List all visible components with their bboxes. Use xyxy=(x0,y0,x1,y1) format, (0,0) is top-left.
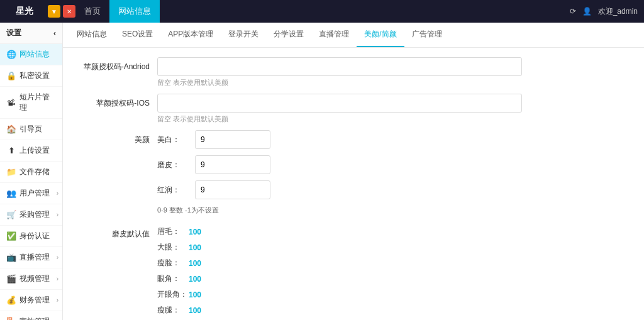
purchase-icon: 🛒 xyxy=(6,210,16,219)
beauty-smooth-label: 磨皮： xyxy=(157,160,195,170)
tab-share-settings[interactable]: 分学设置 xyxy=(266,23,311,47)
clips-icon: 📽 xyxy=(6,98,16,108)
sidebar-item-live-label: 直播管理 xyxy=(19,252,50,263)
identity-icon: ✅ xyxy=(6,231,16,241)
username: 欢迎_admin xyxy=(598,6,638,17)
sidebar-item-finance-label: 财务管理 xyxy=(19,295,50,306)
default-slimface-row: 瘦脸： 100 xyxy=(157,258,447,268)
sidebar-item-website-label: 网站信息 xyxy=(19,49,50,60)
sidebar-item-clips[interactable]: 📽 短片片管理 xyxy=(0,87,62,119)
sidebar-item-video-label: 视频管理 xyxy=(19,273,50,284)
sidebar-title: 设置 xyxy=(6,28,21,38)
chevron-right-icon3: › xyxy=(57,254,58,261)
tab-bar: 网站信息 SEO设置 APP版本管理 登录开关 分学设置 直播管理 美颜/简颜 … xyxy=(63,23,644,48)
default-openeyecorner-row: 开眼角： 100 xyxy=(157,289,447,300)
sidebar-item-upload-label: 上传设置 xyxy=(19,145,50,156)
beauty-rosy-input[interactable] xyxy=(195,180,270,199)
content-area: 网站信息 SEO设置 APP版本管理 登录开关 分学设置 直播管理 美颜/简颜 … xyxy=(63,23,644,320)
sidebar-item-files[interactable]: 📁 文件存储 xyxy=(0,162,62,183)
default-eyebrow-value: 100 xyxy=(189,228,220,236)
default-slimface-label: 瘦脸： xyxy=(157,258,189,268)
chevron-right-icon2: › xyxy=(57,211,58,218)
form-content: 苹颜授权码-Andriod 留空 表示使用默认美颜 苹颜授权码-IOS 留空 表… xyxy=(63,48,644,320)
sidebar-item-identity-label: 身份认证 xyxy=(19,231,50,241)
tab-seo[interactable]: SEO设置 xyxy=(114,23,160,47)
tab-website-info[interactable]: 网站信息 xyxy=(69,23,114,47)
nav-buttons: ▼ ✕ xyxy=(48,5,75,18)
default-eyebrow-row: 眉毛： 100 xyxy=(157,226,447,237)
ios-auth-row: 苹颜授权码-IOS 留空 表示使用默认美颜 xyxy=(75,94,631,124)
default-slimface-value: 100 xyxy=(189,259,220,268)
sidebar-item-users[interactable]: 👥 用户管理 › xyxy=(0,183,62,204)
beauty-smooth-input[interactable] xyxy=(195,155,270,174)
files-icon: 📁 xyxy=(6,167,16,177)
beauty-rosy-row: 红润： xyxy=(157,180,522,199)
sidebar-item-clips-label: 短片片管理 xyxy=(19,92,56,113)
family-icon: 🏪 xyxy=(6,317,16,320)
beauty-white-row: 美白： xyxy=(157,130,522,149)
tab-ads[interactable]: 广告管理 xyxy=(404,23,450,47)
default-value-label: 磨皮默认值 xyxy=(75,226,157,240)
default-eyecorner-value: 100 xyxy=(189,275,220,284)
user-icon[interactable]: 👤 xyxy=(582,7,592,16)
nav-btn-yellow[interactable]: ▼ xyxy=(48,5,60,18)
sidebar: 设置 ‹ 🌐 网站信息 🔒 私密设置 📽 短片片管理 🏠 引导页 ⬆ 上传设置 … xyxy=(0,23,63,320)
sidebar-item-upload[interactable]: ⬆ 上传设置 xyxy=(0,140,62,162)
sidebar-header: 设置 ‹ xyxy=(0,23,62,44)
default-bigenye-label: 大眼： xyxy=(157,242,189,253)
ios-auth-hint: 留空 表示使用默认美颜 xyxy=(157,114,522,124)
sidebar-item-guide-label: 引导页 xyxy=(19,124,42,135)
default-bigenye-row: 大眼： 100 xyxy=(157,242,447,253)
tab-app-version[interactable]: APP版本管理 xyxy=(160,23,221,47)
beauty-note: 0-9 整数 -1为不设置 xyxy=(157,206,522,215)
main-layout: 设置 ‹ 🌐 网站信息 🔒 私密设置 📽 短片片管理 🏠 引导页 ⬆ 上传设置 … xyxy=(0,23,644,320)
default-eyecorner-row: 眼角： 100 xyxy=(157,273,447,284)
sidebar-item-finance[interactable]: 💰 财务管理 › xyxy=(0,290,62,311)
beauty-section-label: 美颜 xyxy=(75,130,157,145)
nav-home[interactable]: 首页 xyxy=(75,0,109,23)
sidebar-item-files-label: 文件存储 xyxy=(19,167,50,177)
users-icon: 👥 xyxy=(6,189,16,198)
video-icon: 🎬 xyxy=(6,274,16,284)
default-openeyecorner-label: 开眼角： xyxy=(157,289,189,300)
tab-beauty[interactable]: 美颜/简颜 xyxy=(357,23,404,47)
sidebar-item-website[interactable]: 🌐 网站信息 xyxy=(0,44,62,65)
nav-website-info[interactable]: 网站信息 xyxy=(109,0,160,23)
sidebar-toggle[interactable]: ‹ xyxy=(53,29,56,38)
logo[interactable]: 星光 xyxy=(6,6,43,17)
sidebar-item-purchase[interactable]: 🛒 采购管理 › xyxy=(0,204,62,226)
sidebar-item-family[interactable]: 🏪 家族管理 xyxy=(0,311,62,320)
default-eyecorner-label: 眼角： xyxy=(157,273,189,284)
android-auth-hint: 留空 表示使用默认美颜 xyxy=(157,78,522,87)
default-bigenye-value: 100 xyxy=(189,243,220,252)
beauty-white-label: 美白： xyxy=(157,135,195,145)
sidebar-item-guide[interactable]: 🏠 引导页 xyxy=(0,119,62,140)
default-eyebrow-label: 眉毛： xyxy=(157,226,189,237)
top-nav-right: ⟳ 👤 欢迎_admin xyxy=(570,6,638,17)
sidebar-item-family-label: 家族管理 xyxy=(19,316,50,320)
ios-auth-field: 留空 表示使用默认美颜 xyxy=(157,94,522,124)
sidebar-item-purchase-label: 采购管理 xyxy=(19,209,50,220)
sidebar-item-identity[interactable]: ✅ 身份认证 xyxy=(0,226,62,247)
beauty-smooth-row: 磨皮： xyxy=(157,155,522,174)
default-slimleg-value: 100 xyxy=(189,306,220,315)
android-auth-label: 苹颜授权码-Andriod xyxy=(75,57,157,72)
chevron-right-icon4: › xyxy=(57,275,58,282)
ios-auth-input[interactable] xyxy=(157,94,522,113)
chevron-right-icon5: › xyxy=(57,297,58,304)
sidebar-item-privacy[interactable]: 🔒 私密设置 xyxy=(0,65,62,87)
tab-login-switch[interactable]: 登录开关 xyxy=(221,23,266,47)
refresh-icon[interactable]: ⟳ xyxy=(570,7,576,16)
ios-auth-label: 苹颜授权码-IOS xyxy=(75,94,157,109)
tab-live-manage[interactable]: 直播管理 xyxy=(311,23,357,47)
finance-icon: 💰 xyxy=(6,295,16,305)
default-values-section: 磨皮默认值 眉毛： 100 大眼： 100 瘦脸： 100 xyxy=(75,226,631,320)
beauty-white-input[interactable] xyxy=(195,130,270,149)
sidebar-item-privacy-label: 私密设置 xyxy=(19,70,50,81)
upload-icon: ⬆ xyxy=(6,146,16,155)
sidebar-item-users-label: 用户管理 xyxy=(19,188,50,199)
sidebar-item-live[interactable]: 📺 直播管理 › xyxy=(0,247,62,268)
android-auth-input[interactable] xyxy=(157,57,522,76)
nav-btn-red[interactable]: ✕ xyxy=(63,5,75,18)
sidebar-item-video[interactable]: 🎬 视频管理 › xyxy=(0,268,62,290)
